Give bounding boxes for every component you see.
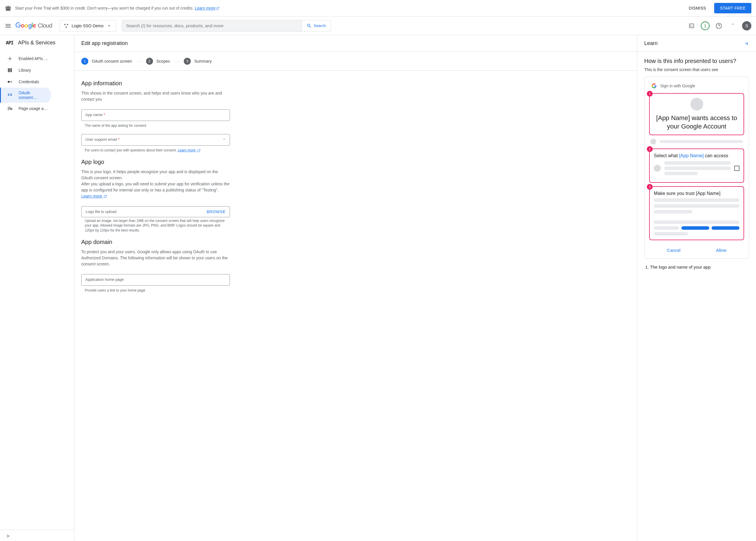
google-g-icon (651, 83, 657, 89)
svg-rect-1 (8, 7, 11, 9)
support-email-select[interactable] (81, 134, 230, 146)
google-cloud-logo[interactable]: Cloud (15, 22, 52, 29)
consent-mockup: Sign in with Google 1 [App Name] wants a… (644, 77, 749, 259)
sidebar-item-oauth-consent[interactable]: OAuth consent… (0, 88, 51, 103)
user-avatar[interactable]: S (742, 21, 751, 30)
mockup-heading-3: Make sure you trust [App Name] (654, 191, 739, 196)
search-icon (307, 23, 312, 28)
svg-rect-13 (8, 68, 9, 72)
mockup-placeholder (664, 172, 698, 175)
learn-title: How is this info presented to users? (644, 58, 749, 64)
mockup-heading-1: [App Name] wants access to your Google A… (654, 114, 739, 131)
project-name: Logto SSO Demo (72, 24, 104, 28)
svg-rect-22 (10, 95, 12, 96)
mockup-placeholder (660, 140, 743, 143)
mockup-placeholder (654, 232, 688, 236)
mockup-placeholder (654, 199, 739, 202)
banner-learn-more-link[interactable]: Learn more (195, 6, 220, 10)
svg-rect-9 (690, 24, 694, 28)
mockup-checkbox (734, 166, 739, 171)
project-selector[interactable]: Logto SSO Demo (59, 20, 116, 32)
sidebar-item-label: Library (19, 68, 31, 73)
collapse-panel-icon[interactable] (744, 41, 749, 46)
mockup-placeholder (654, 210, 692, 214)
app-domain-title: App domain (81, 239, 230, 246)
gift-icon (5, 5, 12, 12)
stepper: 1 OAuth consent screen 2 Scopes 3 Summar… (74, 52, 637, 71)
search-button[interactable]: Search (302, 20, 331, 32)
support-email-hint: For users to contact you with questions … (85, 148, 230, 153)
app-info-title: App information (81, 80, 230, 87)
step-oauth-consent[interactable]: 1 OAuth consent screen (81, 58, 132, 65)
mockup-section-3: 3 Make sure you trust [App Name] (649, 186, 744, 240)
app-name-input[interactable] (81, 109, 230, 121)
terminal-icon (689, 23, 694, 29)
app-logo-title: App logo (81, 159, 230, 165)
app-logo-desc: This is your logo. It helps people recog… (81, 169, 230, 199)
mockup-placeholder (681, 226, 709, 230)
homepage-input[interactable] (81, 274, 230, 286)
sidebar: API APIs & Services Enabled APIs … Libra… (0, 35, 74, 541)
mockup-heading-2: Select what [App Name] can access (654, 153, 739, 158)
app-logo-learn-more[interactable]: Learn more (81, 194, 107, 199)
svg-rect-24 (8, 108, 11, 109)
svg-rect-27 (7, 535, 8, 538)
logo-upload-field: Logo file to upload BROWSE (81, 206, 230, 217)
step-divider (137, 61, 141, 62)
svg-rect-2 (6, 9, 8, 11)
svg-rect-14 (9, 68, 10, 72)
sidebar-item-page-usage[interactable]: Page usage a… (0, 103, 74, 114)
page-title: Edit app registration (74, 35, 637, 52)
svg-rect-20 (8, 95, 9, 96)
mockup-allow: Allow (716, 248, 726, 253)
svg-rect-23 (8, 107, 11, 108)
main-content: Edit app registration 1 OAuth consent sc… (74, 35, 637, 541)
svg-point-6 (64, 24, 66, 25)
svg-point-11 (732, 24, 733, 24)
svg-point-16 (8, 81, 10, 83)
mockup-badge-1: 1 (647, 91, 653, 97)
mockup-placeholder (654, 204, 739, 208)
consent-icon (7, 92, 13, 98)
step-summary[interactable]: 3 Summary (184, 58, 212, 65)
upload-hint: Upload an image, not larger than 1MB on … (85, 219, 230, 233)
trial-status-badge[interactable]: 1 (701, 21, 710, 30)
mockup-badge-3: 3 (647, 184, 653, 190)
banner-text: Start your Free Trial with $300 in credi… (15, 6, 681, 10)
support-email-learn-more[interactable]: Learn more (178, 148, 201, 152)
step-divider (174, 61, 179, 62)
sidebar-item-library[interactable]: Library (0, 64, 74, 76)
sidebar-item-label: Page usage a… (19, 106, 48, 111)
api-badge-icon: API (6, 40, 13, 46)
help-button[interactable] (714, 21, 723, 30)
dismiss-button[interactable]: DISMISS (684, 3, 711, 13)
browse-button[interactable]: BROWSE (207, 210, 226, 214)
app-info-desc: This shows in the consent screen, and he… (81, 90, 230, 102)
library-icon (7, 67, 13, 73)
search-input[interactable] (126, 23, 298, 28)
learn-panel: Learn How is this info presented to user… (637, 35, 756, 541)
cloud-shell-button[interactable] (687, 21, 696, 30)
svg-rect-5 (8, 6, 8, 11)
step-scopes[interactable]: 2 Scopes (146, 58, 170, 65)
svg-rect-21 (10, 94, 12, 95)
svg-rect-18 (11, 82, 12, 82)
more-options-button[interactable] (728, 21, 737, 30)
collapse-sidebar-icon[interactable] (6, 533, 11, 539)
sidebar-title: APIs & Services (18, 40, 55, 46)
sidebar-item-credentials[interactable]: Credentials (0, 76, 74, 88)
mockup-placeholder (650, 139, 656, 145)
chevron-down-icon (107, 23, 112, 28)
learn-info-list: The logo and name of your app (644, 265, 749, 270)
hamburger-menu-icon[interactable] (5, 22, 12, 29)
app-header: Cloud Logto SSO Demo Search 1 S (0, 17, 756, 35)
mockup-placeholder (654, 221, 739, 224)
start-free-button[interactable]: START FREE (714, 3, 751, 13)
learn-header: Learn (637, 35, 756, 52)
learn-list-item: The logo and name of your app (650, 265, 749, 270)
app-name-hint: The name of the app asking for consent (85, 123, 230, 128)
usage-icon (7, 106, 13, 111)
search-box[interactable] (122, 20, 302, 32)
sidebar-item-label: Enabled APIs … (19, 56, 48, 61)
sidebar-item-enabled-apis[interactable]: Enabled APIs … (0, 53, 74, 64)
